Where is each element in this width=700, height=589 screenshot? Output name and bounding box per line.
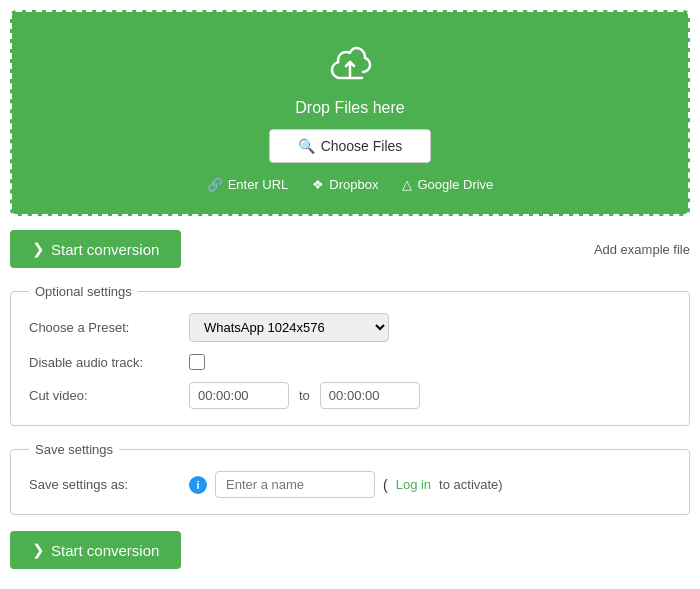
preset-label: Choose a Preset: [29,320,189,335]
add-example-link[interactable]: Add example file [594,242,690,257]
save-settings-section: Save settings Save settings as: i ( Log … [10,442,690,515]
choose-files-button[interactable]: 🔍 Choose Files [269,129,432,163]
cut-to-input[interactable] [320,382,420,409]
login-link[interactable]: Log in [396,477,431,492]
audio-track-row: Disable audio track: [29,354,671,370]
upload-icon [32,40,668,91]
save-input-row: i ( Log in to activate) [189,471,503,498]
google-drive-link[interactable]: △ Google Drive [402,177,493,192]
link-icon: 🔗 [207,177,223,192]
save-settings-legend: Save settings [29,442,119,457]
dropbox-link[interactable]: ❖ Dropbox [312,177,378,192]
top-action-bar: ❯ Start conversion Add example file [10,230,690,268]
start-conversion-button-top[interactable]: ❯ Start conversion [10,230,181,268]
disable-audio-checkbox[interactable] [189,354,205,370]
save-name-input[interactable] [215,471,375,498]
cut-from-input[interactable] [189,382,289,409]
enter-url-link[interactable]: 🔗 Enter URL [207,177,289,192]
preset-select[interactable]: WhatsApp 1024x576 Default Custom [189,313,389,342]
start-conversion-button-bottom[interactable]: ❯ Start conversion [10,531,181,569]
cut-video-row: Cut video: to [29,382,671,409]
optional-settings-section: Optional settings Choose a Preset: Whats… [10,284,690,426]
dropbox-icon: ❖ [312,177,324,192]
cut-video-inputs: to [189,382,420,409]
preset-row: Choose a Preset: WhatsApp 1024x576 Defau… [29,313,671,342]
drop-zone[interactable]: Drop Files here 🔍 Choose Files 🔗 Enter U… [10,10,690,216]
bottom-action-bar: ❯ Start conversion [10,531,690,569]
chevron-icon: ❯ [32,240,45,258]
save-settings-label: Save settings as: [29,477,189,492]
google-drive-icon: △ [402,177,412,192]
to-label: to [299,388,310,403]
login-paren-open: ( [383,477,388,493]
info-icon[interactable]: i [189,476,207,494]
activate-text: to activate) [439,477,503,492]
cut-video-label: Cut video: [29,388,189,403]
drop-text: Drop Files here [32,99,668,117]
audio-track-label: Disable audio track: [29,355,189,370]
save-settings-row: Save settings as: i ( Log in to activate… [29,471,671,498]
chevron-icon-bottom: ❯ [32,541,45,559]
optional-settings-legend: Optional settings [29,284,138,299]
search-icon: 🔍 [298,138,315,154]
